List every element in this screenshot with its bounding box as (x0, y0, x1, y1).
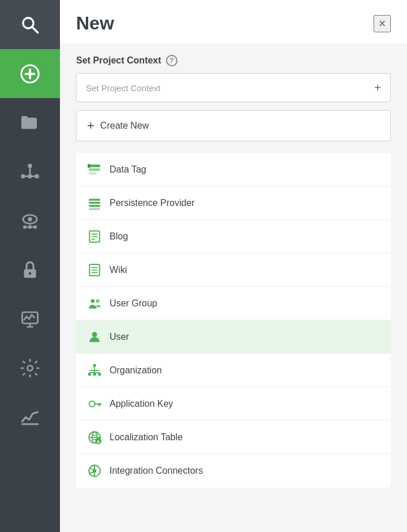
user-icon (86, 329, 103, 345)
svg-point-45 (88, 372, 91, 375)
section-label-row: Set Project Context ? (76, 55, 391, 66)
svg-point-44 (93, 364, 96, 366)
wiki-label: Wiki (110, 265, 127, 275)
activity-icon (20, 309, 40, 329)
svg-rect-32 (89, 208, 100, 209)
svg-point-53 (89, 401, 95, 407)
list-item-wiki[interactable]: Wiki (76, 253, 391, 287)
sidebar-item-add[interactable] (0, 49, 60, 98)
persistence-icon (86, 195, 103, 211)
svg-rect-28 (88, 164, 90, 168)
integration-connectors-label: Integration Connectors (110, 466, 203, 476)
svg-rect-30 (89, 201, 100, 203)
user-label: User (110, 332, 129, 342)
close-button[interactable]: × (374, 15, 391, 32)
list-item-localization-table[interactable]: A Localization Table (76, 421, 391, 454)
sidebar-item-search[interactable] (0, 0, 60, 49)
search-icon (20, 14, 40, 35)
project-context-input[interactable]: Set Project Context + (76, 73, 391, 102)
localization-icon: A (86, 429, 103, 445)
svg-line-1 (32, 27, 38, 32)
blog-icon (86, 228, 103, 245)
organization-label: Organization (110, 365, 162, 376)
sidebar-item-analytics[interactable] (0, 392, 60, 441)
integration-icon (86, 463, 103, 479)
svg-point-43 (92, 332, 97, 337)
sidebar-item-security[interactable] (0, 245, 60, 294)
main-content: New × Set Project Context ? Set Project … (60, 0, 407, 532)
svg-point-47 (98, 372, 101, 375)
blog-label: Blog (110, 231, 128, 242)
key-icon (86, 396, 103, 412)
help-icon[interactable]: ? (166, 55, 178, 66)
list-item-blog[interactable]: Blog (76, 220, 391, 253)
sidebar-item-monitor[interactable] (0, 196, 60, 245)
data-tag-label: Data Tag (110, 164, 146, 175)
list-item-persistence-provider[interactable]: Persistence Provider (76, 186, 391, 220)
items-list: Data Tag Persistence Provider (76, 153, 391, 488)
svg-point-46 (93, 372, 96, 375)
dialog-title: New (76, 13, 114, 34)
create-new-button[interactable]: + Create New (76, 110, 391, 141)
svg-text:A: A (97, 439, 100, 444)
data-tag-icon (86, 162, 103, 178)
svg-rect-27 (89, 172, 96, 174)
svg-rect-29 (89, 198, 100, 200)
dialog-header: New × (60, 0, 407, 43)
plus-circle-icon (20, 63, 40, 84)
sidebar-item-settings[interactable] (0, 343, 60, 392)
persistence-provider-label: Persistence Provider (110, 198, 195, 208)
list-item-integration-connectors[interactable]: Integration Connectors (76, 454, 391, 488)
svg-point-42 (96, 299, 100, 303)
svg-point-24 (28, 365, 33, 370)
project-context-placeholder: Set Project Context (86, 83, 160, 93)
gear-icon (20, 358, 40, 379)
list-item-user-group[interactable]: User Group (76, 287, 391, 320)
user-group-label: User Group (110, 298, 157, 309)
localization-table-label: Localization Table (110, 432, 183, 443)
svg-point-41 (91, 299, 95, 303)
list-item-organization[interactable]: Organization (76, 354, 391, 387)
svg-rect-25 (89, 164, 100, 167)
create-new-plus-icon: + (87, 118, 95, 133)
network-icon (20, 162, 40, 182)
dialog-body: Set Project Context ? Set Project Contex… (60, 43, 407, 532)
section-label: Set Project Context (76, 55, 161, 66)
svg-rect-26 (89, 168, 100, 170)
folder-icon (20, 113, 40, 133)
sidebar-item-folder[interactable] (0, 98, 60, 147)
svg-point-5 (28, 163, 32, 168)
sidebar (0, 0, 60, 532)
sidebar-item-activity[interactable] (0, 294, 60, 343)
list-item-application-key[interactable]: Application Key (76, 387, 391, 421)
svg-rect-31 (89, 205, 100, 207)
chart-icon (20, 407, 40, 428)
list-item-data-tag[interactable]: Data Tag (76, 153, 391, 186)
svg-point-20 (29, 272, 32, 275)
application-key-label: Application Key (110, 399, 173, 409)
organization-icon (86, 362, 103, 379)
create-new-label: Create New (100, 121, 149, 131)
list-item-user[interactable]: User (76, 320, 391, 354)
eye-network-icon (20, 211, 40, 231)
svg-point-13 (28, 217, 32, 222)
wiki-icon (86, 262, 103, 278)
sidebar-item-network[interactable] (0, 147, 60, 196)
lock-icon (20, 260, 40, 280)
add-context-icon: + (374, 81, 381, 95)
user-group-icon (86, 295, 103, 312)
